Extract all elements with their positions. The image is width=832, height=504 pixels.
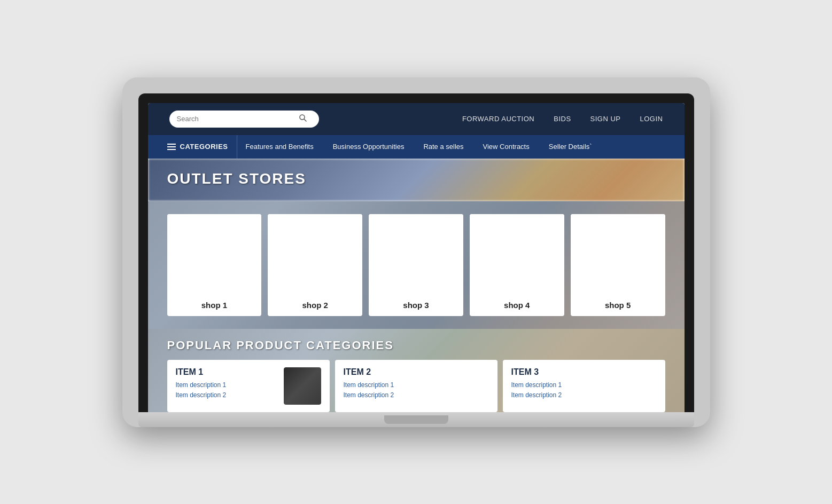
item-3-desc-1: Item description 1 bbox=[511, 380, 657, 390]
navbar-link-rate[interactable]: Rate a selles bbox=[415, 135, 472, 159]
item-3-desc-2: Item description 2 bbox=[511, 390, 657, 400]
categories-label: CATEGORIES bbox=[180, 143, 228, 151]
shop-label-3: shop 3 bbox=[369, 294, 463, 316]
screen: FORWARD AUCTION BIDS SIGN UP LOGIN CATEG… bbox=[148, 103, 685, 412]
item-1-desc-1: Item description 1 bbox=[176, 380, 277, 390]
item-2-desc-1: Item description 1 bbox=[344, 380, 489, 390]
shop-label-1: shop 1 bbox=[167, 294, 262, 316]
item-1-desc-2: Item description 2 bbox=[176, 390, 277, 400]
nav-bids[interactable]: BIDS bbox=[554, 115, 571, 123]
search-icon bbox=[299, 114, 307, 124]
item-2-desc-2: Item description 2 bbox=[344, 390, 489, 400]
item-card-1[interactable]: ITEM 1 Item description 1 Item descripti… bbox=[167, 360, 330, 412]
navbar-link-contracts[interactable]: View Contracts bbox=[475, 135, 538, 159]
header-nav: FORWARD AUCTION BIDS SIGN UP LOGIN bbox=[462, 115, 663, 123]
navbar: CATEGORIES Features and Benefits Busines… bbox=[148, 135, 685, 159]
svg-line-1 bbox=[304, 119, 306, 121]
search-bar[interactable] bbox=[169, 111, 319, 128]
popular-title: POPULAR PRODUCT CATEGORIES bbox=[167, 338, 665, 352]
shop-card-image-4 bbox=[470, 214, 564, 294]
shop-label-5: shop 5 bbox=[571, 294, 665, 316]
shop-card-image-2 bbox=[268, 214, 362, 294]
header: FORWARD AUCTION BIDS SIGN UP LOGIN bbox=[148, 103, 685, 135]
shop-card-image-3 bbox=[369, 214, 463, 294]
shop-card-2[interactable]: shop 2 bbox=[268, 214, 362, 316]
shop-card-3[interactable]: shop 3 bbox=[369, 214, 463, 316]
laptop-frame: FORWARD AUCTION BIDS SIGN UP LOGIN CATEG… bbox=[122, 77, 710, 427]
shop-card-5[interactable]: shop 5 bbox=[571, 214, 665, 316]
categories-menu[interactable]: CATEGORIES bbox=[159, 135, 237, 159]
hamburger-icon bbox=[167, 144, 176, 150]
item-3-content: ITEM 3 Item description 1 Item descripti… bbox=[511, 367, 657, 400]
chair-icon bbox=[284, 367, 321, 405]
shop-card-1[interactable]: shop 1 bbox=[167, 214, 262, 316]
shop-card-image-5 bbox=[571, 214, 665, 294]
item-3-title: ITEM 3 bbox=[511, 367, 657, 377]
item-2-title: ITEM 2 bbox=[344, 367, 489, 377]
shop-label-4: shop 4 bbox=[470, 294, 564, 316]
shop-card-image-1 bbox=[167, 214, 262, 294]
popular-grid: ITEM 1 Item description 1 Item descripti… bbox=[148, 360, 685, 412]
navbar-links: Features and Benefits Business Opportuni… bbox=[237, 135, 601, 159]
nav-forward-auction[interactable]: FORWARD AUCTION bbox=[462, 115, 534, 123]
shop-card-4[interactable]: shop 4 bbox=[470, 214, 564, 316]
laptop-base bbox=[138, 412, 694, 427]
screen-bezel: FORWARD AUCTION BIDS SIGN UP LOGIN CATEG… bbox=[138, 93, 694, 412]
popular-header: POPULAR PRODUCT CATEGORIES bbox=[148, 329, 685, 360]
item-card-3[interactable]: ITEM 3 Item description 1 Item descripti… bbox=[503, 360, 665, 412]
item-1-title: ITEM 1 bbox=[176, 367, 277, 377]
laptop-notch bbox=[384, 415, 448, 424]
item-card-2[interactable]: ITEM 2 Item description 1 Item descripti… bbox=[335, 360, 497, 412]
search-input[interactable] bbox=[177, 115, 294, 123]
item-1-content: ITEM 1 Item description 1 Item descripti… bbox=[176, 367, 277, 400]
nav-sign-up[interactable]: SIGN UP bbox=[590, 115, 621, 123]
outlet-section: shop 1 shop 2 shop 3 shop 4 bbox=[148, 201, 685, 329]
item-2-content: ITEM 2 Item description 1 Item descripti… bbox=[344, 367, 489, 400]
hero-section: OUTLET STORES bbox=[148, 159, 685, 201]
navbar-link-seller[interactable]: Seller Details` bbox=[540, 135, 601, 159]
outlet-grid: shop 1 shop 2 shop 3 shop 4 bbox=[167, 214, 665, 316]
nav-login[interactable]: LOGIN bbox=[640, 115, 663, 123]
shop-label-2: shop 2 bbox=[268, 294, 362, 316]
navbar-link-business[interactable]: Business Opportunities bbox=[324, 135, 413, 159]
hero-title: OUTLET STORES bbox=[148, 159, 685, 199]
navbar-link-features[interactable]: Features and Benefits bbox=[237, 135, 322, 159]
popular-section: POPULAR PRODUCT CATEGORIES ITEM 1 Item d… bbox=[148, 329, 685, 412]
item-1-image bbox=[284, 367, 321, 405]
